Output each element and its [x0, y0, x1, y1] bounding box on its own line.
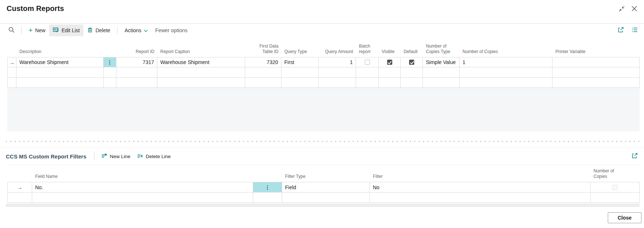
empty-cell[interactable] [104, 67, 116, 77]
field-name-cell[interactable]: No. [32, 182, 253, 192]
header-query-amount[interactable]: Query Amount [319, 49, 356, 57]
empty-cell[interactable] [379, 67, 401, 77]
filter-cell[interactable]: No [370, 182, 591, 192]
share-icon[interactable] [631, 152, 638, 161]
empty-cell[interactable] [32, 193, 253, 202]
empty-cell[interactable] [553, 67, 640, 77]
header-filter[interactable]: Filter [370, 174, 591, 182]
row-more-options-cell[interactable]: ⋮ [104, 57, 116, 67]
visible-checkbox[interactable] [387, 60, 392, 65]
empty-cell[interactable] [7, 67, 16, 77]
report-id-cell[interactable]: 7317 [116, 57, 157, 67]
table-background-panel [7, 88, 640, 131]
empty-cell[interactable] [401, 67, 423, 77]
edit-list-button[interactable]: Edit List [49, 25, 83, 36]
empty-cell[interactable] [356, 67, 379, 77]
default-checkbox[interactable] [409, 60, 414, 65]
empty-cell[interactable] [319, 67, 356, 77]
row-more-options-cell[interactable]: ⋮ [253, 182, 282, 192]
first-data-table-id-cell[interactable]: 7320 [245, 57, 281, 67]
header-visible[interactable]: Visible [379, 49, 401, 57]
empty-cell[interactable] [591, 193, 640, 202]
toolbar-divider [21, 26, 22, 34]
description-cell[interactable]: Warehouse Shipment [16, 57, 104, 67]
query-type-cell[interactable]: First [281, 57, 319, 67]
custom-reports-table: Description Report ID Report Caption Fir… [7, 37, 640, 88]
header-report-caption[interactable]: Report Caption [157, 49, 245, 57]
empty-cell[interactable] [356, 78, 379, 87]
batch-report-checkbox[interactable] [365, 60, 370, 65]
horizontal-scrollbar[interactable] [6, 204, 640, 206]
share-icon[interactable] [617, 26, 624, 35]
empty-cell[interactable] [281, 78, 319, 87]
empty-cell[interactable] [319, 78, 356, 87]
query-amount-cell[interactable]: 1 [319, 57, 356, 67]
actions-menu-button[interactable]: Actions [121, 25, 151, 35]
edit-list-label: Edit List [61, 27, 80, 33]
empty-cell[interactable] [282, 193, 370, 202]
filters-row: → No. ⋮ Field No [7, 182, 640, 193]
number-of-copies-cell[interactable]: 1 [460, 57, 553, 67]
header-field-name[interactable]: Field Name [32, 174, 253, 182]
fewer-options-button[interactable]: Fewer options [151, 25, 191, 35]
empty-cell[interactable] [460, 78, 553, 87]
header-query-type[interactable]: Query Type [281, 49, 319, 57]
row-selector-cell[interactable]: → [7, 57, 16, 67]
header-number-of-copies[interactable]: Number of Copies [591, 168, 640, 182]
empty-cell[interactable] [253, 193, 282, 202]
empty-cell[interactable] [401, 78, 423, 87]
new-line-button[interactable]: New Line [98, 151, 134, 162]
filters-section-title: CCS MS Custom Report Filters [6, 153, 86, 160]
empty-cell[interactable] [245, 67, 281, 77]
header-first-data-table-id[interactable]: First Data Table ID [245, 44, 281, 57]
header-ellipsis [104, 55, 116, 57]
ellipsis-icon: ⋮ [107, 59, 112, 65]
close-icon[interactable] [631, 5, 638, 14]
close-button[interactable]: Close [608, 212, 641, 223]
report-caption-cell[interactable]: Warehouse Shipment [157, 57, 245, 67]
list-view-icon[interactable] [631, 26, 638, 35]
plus-icon: + [29, 28, 33, 33]
empty-cell[interactable] [104, 78, 116, 87]
collapse-icon[interactable] [618, 5, 625, 14]
new-button[interactable]: + New [25, 25, 49, 35]
header-batch-report[interactable]: Batch report [356, 44, 379, 57]
header-selector [7, 55, 16, 57]
header-printer-variable[interactable]: Printer Variable [553, 49, 640, 57]
empty-cell[interactable] [245, 78, 281, 87]
visible-cell [379, 57, 401, 67]
number-of-copies-cell [591, 182, 640, 192]
row-selector-cell[interactable]: → [7, 182, 32, 192]
empty-cell[interactable] [16, 67, 104, 77]
header-report-id[interactable]: Report ID [116, 49, 157, 57]
printer-variable-cell[interactable] [553, 57, 640, 67]
empty-cell[interactable] [423, 78, 460, 87]
row-arrow-icon: → [9, 59, 15, 66]
filter-type-cell[interactable]: Field [282, 182, 370, 192]
number-of-copies-type-cell[interactable]: Simple Value [423, 57, 460, 67]
empty-cell[interactable] [281, 67, 319, 77]
empty-cell[interactable] [157, 67, 245, 77]
empty-cell[interactable] [370, 193, 591, 202]
empty-cell[interactable] [553, 78, 640, 87]
header-default[interactable]: Default [401, 49, 423, 57]
empty-cell[interactable] [157, 78, 245, 87]
empty-cell[interactable] [423, 67, 460, 77]
empty-cell[interactable] [116, 78, 157, 87]
custom-reports-window: Custom Reports + New [0, 0, 644, 228]
delete-line-button[interactable]: Delete Line [134, 151, 174, 162]
empty-cell[interactable] [7, 78, 16, 87]
empty-cell[interactable] [116, 67, 157, 77]
empty-cell[interactable] [379, 78, 401, 87]
header-description[interactable]: Description [16, 49, 104, 57]
empty-cell[interactable] [16, 78, 104, 87]
empty-cell[interactable] [460, 67, 553, 77]
header-number-of-copies[interactable]: Number of Copies [460, 49, 553, 57]
header-ellipsis [253, 179, 282, 182]
search-button[interactable] [6, 24, 18, 37]
delete-button[interactable]: Delete [83, 25, 114, 36]
header-filter-type[interactable]: Filter Type [282, 174, 370, 182]
header-number-of-copies-type[interactable]: Number of Copies Type [423, 44, 460, 57]
toolbar-right [617, 26, 638, 35]
empty-cell[interactable] [7, 193, 32, 202]
